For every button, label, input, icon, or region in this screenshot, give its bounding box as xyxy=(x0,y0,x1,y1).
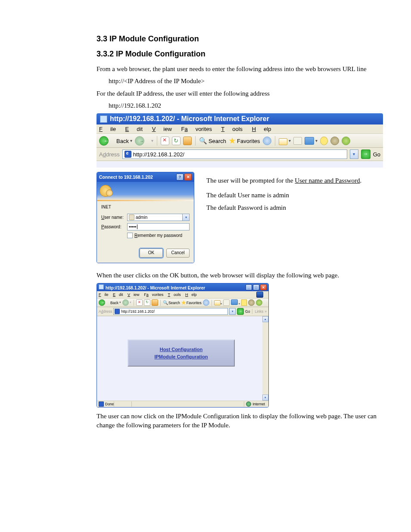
home-icon[interactable] xyxy=(183,137,192,145)
para-3: For the default IP address, the user wil… xyxy=(97,89,381,98)
menu-tools[interactable]: Tools xyxy=(168,292,181,297)
para-7: The default Password is admin xyxy=(206,203,381,212)
auth-titlebar: Connect to 192.168.1.202 ? ✕ xyxy=(97,172,194,182)
para-8: When the user clicks on the OK button, t… xyxy=(97,271,381,280)
messenger-icon[interactable] xyxy=(342,137,350,145)
menu-favorites[interactable]: Favorites xyxy=(181,126,212,132)
menu-help[interactable]: Help xyxy=(185,292,197,297)
address-field[interactable]: http://192.168.1.202/ xyxy=(113,308,228,315)
user-icon xyxy=(129,215,134,220)
address-label: Address xyxy=(99,309,112,314)
favorites-button[interactable]: Favorites xyxy=(181,300,202,305)
para-1: From a web browser, the plant user needs… xyxy=(97,65,381,73)
mini-titlebar: http://192.168.1.202/ - Microsoft Intern… xyxy=(97,283,268,291)
menu-view[interactable]: View xyxy=(152,126,172,132)
menu-edit[interactable]: Edit xyxy=(113,292,123,297)
xp-throbber xyxy=(256,292,263,298)
screenshot-auth-dialog: Connect to 192.168.1.202 ? ✕ INET User n… xyxy=(97,172,194,263)
edit-button[interactable]: ▾ xyxy=(231,299,240,306)
mini-menubar: File Edit View Favorites Tools Help xyxy=(97,291,268,299)
para-5: The user will be prompted for the User n… xyxy=(206,176,381,185)
para-6: The default User name is admin xyxy=(206,191,381,199)
forward-button[interactable]: → ▾ xyxy=(135,136,153,146)
menu-favorites[interactable]: Favorites xyxy=(144,292,163,297)
edit-button[interactable]: ▾ xyxy=(305,137,318,145)
auth-banner xyxy=(97,182,194,200)
window-maximize-button[interactable]: □ xyxy=(253,284,259,290)
menu-view[interactable]: View xyxy=(128,292,140,297)
window-help-button[interactable]: ? xyxy=(176,174,184,180)
scroll-down-icon[interactable]: ▾ xyxy=(262,395,268,401)
link-ipmodule-configuration[interactable]: IPModule Configuration xyxy=(128,354,234,359)
section-heading-1: 3.3 IP Module Configuration xyxy=(97,34,381,44)
history-icon[interactable] xyxy=(263,137,271,145)
notes-icon[interactable] xyxy=(320,137,328,145)
status-text: Done xyxy=(105,402,114,406)
ie-menubar: File Edit View Favorites Tools Help xyxy=(97,124,383,134)
address-dropdown[interactable]: ▾ xyxy=(229,308,236,315)
scrollbar[interactable]: ▴ ▾ xyxy=(262,316,268,401)
print-icon[interactable] xyxy=(293,137,302,145)
auth-title: Connect to 192.168.1.202 xyxy=(99,174,153,180)
favorites-button[interactable]: Favorites xyxy=(229,137,260,144)
search-button[interactable]: 🔍Search xyxy=(163,300,180,305)
menu-help[interactable]: Help xyxy=(252,126,271,132)
remember-checkbox[interactable] xyxy=(127,233,133,238)
refresh-icon[interactable]: ↻ xyxy=(172,137,181,145)
password-field[interactable]: ••••• xyxy=(127,223,190,230)
globe-icon xyxy=(246,401,251,407)
screenshot-ie-address-bar: http://192.168.1.202/ - Microsoft Intern… xyxy=(97,113,383,168)
window-minimize-button[interactable]: _ xyxy=(246,284,252,290)
messenger-icon[interactable] xyxy=(256,299,262,306)
search-button[interactable]: 🔍Search xyxy=(199,137,226,145)
section-heading-2: 3.3.2 IP Module Configuration xyxy=(97,50,381,59)
print-icon[interactable] xyxy=(223,299,230,306)
mini-statusbar: Done Internet xyxy=(97,401,268,407)
ie-window-title: http://192.168.1.202/ - Microsoft Intern… xyxy=(110,115,269,123)
ok-button[interactable]: OK xyxy=(140,249,163,258)
address-dropdown[interactable]: ▾ xyxy=(350,149,358,159)
para-9: The user can now click on the IPModule C… xyxy=(97,412,381,429)
discuss-icon[interactable] xyxy=(330,137,339,145)
para-4: http://192.168.1.202 xyxy=(109,101,381,110)
mail-button[interactable]: ▾ xyxy=(279,137,291,144)
go-button[interactable]: → xyxy=(361,149,371,159)
ie-toolbar: ←Back ▾ → ▾ ↻ 🔍Search Favorites ▾ ▾ xyxy=(97,134,383,148)
stop-icon[interactable] xyxy=(161,137,169,145)
ie-favicon xyxy=(99,401,104,407)
history-icon[interactable] xyxy=(203,299,209,306)
cancel-button[interactable]: Cancel xyxy=(166,249,190,258)
username-dropdown[interactable]: ▾ xyxy=(182,214,189,221)
ie-favicon xyxy=(115,309,120,314)
forward-button[interactable]: ▾ xyxy=(122,299,131,306)
go-label: Go xyxy=(373,151,380,158)
refresh-icon[interactable]: ↻ xyxy=(144,299,150,306)
auth-realm: INET xyxy=(101,205,190,209)
back-button[interactable]: ←Back ▾ xyxy=(99,136,132,146)
back-button[interactable]: ←Back ▾ xyxy=(99,299,121,306)
menu-edit[interactable]: Edit xyxy=(125,126,143,132)
menu-file[interactable]: File xyxy=(99,292,109,297)
screenshot-ie-mini-window: http://192.168.1.202/ - Microsoft Intern… xyxy=(97,283,269,408)
window-close-button[interactable]: ✕ xyxy=(184,174,192,180)
mini-address-bar: Address http://192.168.1.202/ ▾ → Go Lin… xyxy=(97,307,268,316)
mini-page-body: Host Configuration IPModule Configuratio… xyxy=(97,316,268,401)
window-close-button[interactable]: ✕ xyxy=(260,284,267,290)
stop-icon[interactable]: ✕ xyxy=(136,299,143,306)
links-label[interactable]: Links xyxy=(255,309,263,314)
home-icon[interactable] xyxy=(152,299,158,306)
go-button[interactable]: → xyxy=(237,308,244,315)
config-panel: Host Configuration IPModule Configuratio… xyxy=(128,339,235,367)
address-value: http://192.168.1.202/ xyxy=(133,151,184,158)
discuss-icon[interactable] xyxy=(248,299,255,306)
menu-tools[interactable]: Tools xyxy=(221,126,243,132)
link-host-configuration[interactable]: Host Configuration xyxy=(128,347,234,352)
address-field[interactable]: http://192.168.1.202/ xyxy=(122,149,347,159)
username-label: User name: xyxy=(101,215,127,220)
username-field[interactable]: admin xyxy=(127,214,190,221)
scroll-up-icon[interactable]: ▴ xyxy=(262,316,268,322)
notes-icon[interactable] xyxy=(241,299,247,306)
keys-icon xyxy=(100,185,112,197)
mail-button[interactable]: ▾ xyxy=(214,300,222,306)
menu-file[interactable]: File xyxy=(99,126,116,132)
